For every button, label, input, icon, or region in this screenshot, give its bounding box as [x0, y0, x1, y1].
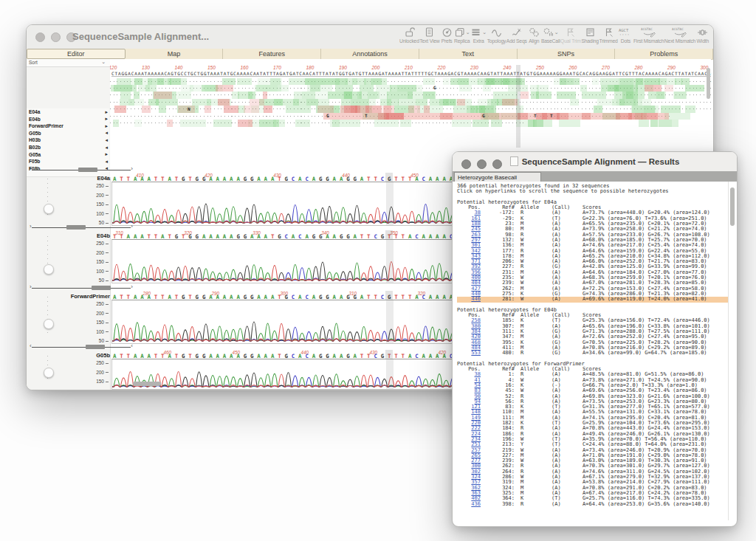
tab-features[interactable]: Features: [223, 49, 321, 59]
y-axis-tick: 150: [91, 259, 109, 264]
y-axis-tick: 200: [91, 370, 109, 375]
sort-dropdown[interactable]: Sort ⌄: [27, 59, 110, 67]
desktop: SequenceSample Alignment... UnlockedText…: [0, 0, 756, 541]
reference-sequence: CTAGGACAAATAAAAACAGTGCCTGCTGGTAAATATGCAA…: [111, 71, 711, 77]
toolbar-extra-button[interactable]: ⌄Extra: [470, 27, 487, 44]
basecall-icon: ⌄: [543, 27, 559, 38]
overview-row-B02b: [110, 120, 523, 127]
toolbar-first-mismatch-button[interactable]: ACGTACFirst Mismatch: [633, 27, 664, 44]
zoom-slider-ForwardPrimer[interactable]: [45, 294, 51, 340]
position-link[interactable]: 436: [471, 501, 481, 507]
y-axis-tick: 100: [91, 269, 109, 274]
ruler-tick: 240: [503, 65, 511, 70]
y-axis-tick: 100: [91, 211, 109, 216]
tab-snps[interactable]: SNPs: [518, 49, 616, 59]
toolbar-next-mismatch-button[interactable]: ACGTACNext Mismatch: [664, 27, 695, 44]
mismatch-letter: T: [534, 113, 537, 118]
pan-slider-ForwardPrimer[interactable]: ››: [30, 285, 133, 291]
align-icon: [529, 27, 540, 38]
forward-arrow-icon: ▸: [105, 116, 108, 122]
toolbar: UnlockedText ViewPrefs⌄Replica⌄ExtraTopo…: [399, 27, 709, 49]
qual-trim-icon: [565, 27, 576, 38]
layers-icon: ⌄: [454, 27, 470, 38]
zoom-slider-E04a[interactable]: [45, 176, 51, 221]
mismatch-letter: N: [188, 106, 190, 111]
toolbar-trimmed-button[interactable]: Trimmed: [599, 27, 618, 44]
toolbar-text-view-button[interactable]: Text View: [419, 27, 439, 44]
reverse-arrow-icon: ◂: [105, 137, 108, 143]
toolbar-basecall-button[interactable]: ⌄BaseCall: [541, 27, 560, 44]
toolbar-topology-button[interactable]: Topology: [487, 27, 506, 44]
results-title: SequenceSample Alignment — Results: [453, 156, 737, 166]
pan-slider-E04a[interactable]: ››: [30, 167, 133, 173]
y-axis-tick: 200: [91, 250, 109, 255]
toolbar-prefs-button[interactable]: Prefs: [440, 27, 453, 44]
horizontal-scrollbar[interactable]: [133, 382, 161, 386]
tab-heterozygote-basecall[interactable]: Heterozygote Basecall: [454, 172, 541, 182]
results-body: 366 potential heterozygotes found in 32 …: [453, 182, 728, 520]
tab-editor[interactable]: Editor: [27, 49, 126, 59]
tab-problems[interactable]: Problems: [615, 49, 713, 59]
ruler-tick: 160: [240, 65, 248, 70]
pan-slider-handle[interactable]: [66, 225, 86, 230]
results-scrollbar[interactable]: [728, 182, 735, 520]
ruler-tick: 230: [470, 65, 478, 70]
ruler-tick: 180: [306, 65, 314, 70]
pan-slider-handle[interactable]: [86, 345, 105, 349]
reverse-arrow-icon: ◂: [105, 145, 108, 151]
zoom-slider-E04b[interactable]: [45, 233, 51, 279]
add-seqs-icon: [511, 27, 522, 38]
ruler-tick: 190: [339, 65, 347, 70]
toolbar-replica-button[interactable]: ⌄Replica: [454, 27, 470, 44]
toolbar-dots-button[interactable]: AGCT····Dots: [618, 27, 633, 44]
pan-slider-E04b[interactable]: ››: [30, 224, 133, 230]
main-titlebar[interactable]: SequenceSample Alignment... UnlockedText…: [27, 25, 713, 49]
ruler-tick: 220: [437, 65, 445, 70]
position-link[interactable]: 446: [471, 296, 481, 302]
mismatch-letter: G: [326, 113, 329, 118]
tab-text[interactable]: Text: [419, 49, 518, 59]
traffic-lights: [35, 32, 76, 42]
overview-vertical-scrollbar[interactable]: [707, 68, 710, 99]
pan-slider-handle[interactable]: [78, 168, 97, 172]
zoom-slider-knob[interactable]: [44, 264, 54, 275]
document-icon: [424, 27, 435, 38]
pan-slider-G05b[interactable]: ‹‹: [30, 344, 133, 350]
zoom-slider-knob[interactable]: [44, 319, 54, 329]
forward-arrow-icon: ▸: [105, 123, 108, 129]
toolbar-add-seqs-button[interactable]: Add Seqs: [506, 27, 527, 44]
y-axis-tick: 100: [91, 329, 109, 334]
toolbar-width-button[interactable]: Width: [696, 27, 709, 44]
svg-text:ACGTAC: ACGTAC: [672, 27, 684, 31]
overview-row-ForwardPrimer: [110, 99, 711, 106]
toolbar-align-button[interactable]: Align: [527, 27, 540, 44]
position-link[interactable]: 553: [471, 350, 481, 356]
trace-label-ForwardPrimer: ForwardPrimer: [30, 293, 110, 300]
dots-icon: AGCT····: [618, 27, 633, 38]
mismatch-letter: T: [550, 113, 553, 118]
svg-text:ACGTAC: ACGTAC: [641, 27, 653, 31]
gauge-icon: [441, 27, 453, 38]
mismatch-letter: G: [433, 85, 436, 90]
ruler-tick: 250: [536, 65, 544, 70]
minimize-button[interactable]: [51, 32, 61, 42]
ruler-tick: 200: [371, 65, 379, 70]
zoom-slider-knob[interactable]: [44, 368, 54, 378]
trace-label-E04b: E04b: [30, 232, 110, 239]
ruler-tick: 260: [568, 65, 577, 70]
zoom-slider-knob[interactable]: [44, 204, 54, 214]
forward-arrow-icon: ▸: [105, 151, 108, 157]
pan-slider-handle[interactable]: [92, 286, 111, 290]
y-axis-tick: 250: [91, 241, 109, 246]
results-scrollbar-thumb[interactable]: [730, 187, 735, 226]
tab-annotations[interactable]: Annotations: [321, 49, 419, 59]
toolbar-shading-button[interactable]: Shading: [581, 27, 599, 44]
tab-map[interactable]: Map: [126, 49, 224, 59]
results-titlebar[interactable]: SequenceSample Alignment — Results: [453, 152, 737, 172]
y-axis-tick: 200: [91, 193, 109, 198]
toolbar-unlocked-button[interactable]: Unlocked: [399, 27, 419, 44]
next-mismatch-icon: ACGTAC: [672, 27, 688, 38]
toolbar-qual-trim-button[interactable]: Qual Trim: [560, 27, 581, 44]
close-button[interactable]: [35, 32, 45, 42]
overview-row-E04b: [110, 92, 711, 99]
